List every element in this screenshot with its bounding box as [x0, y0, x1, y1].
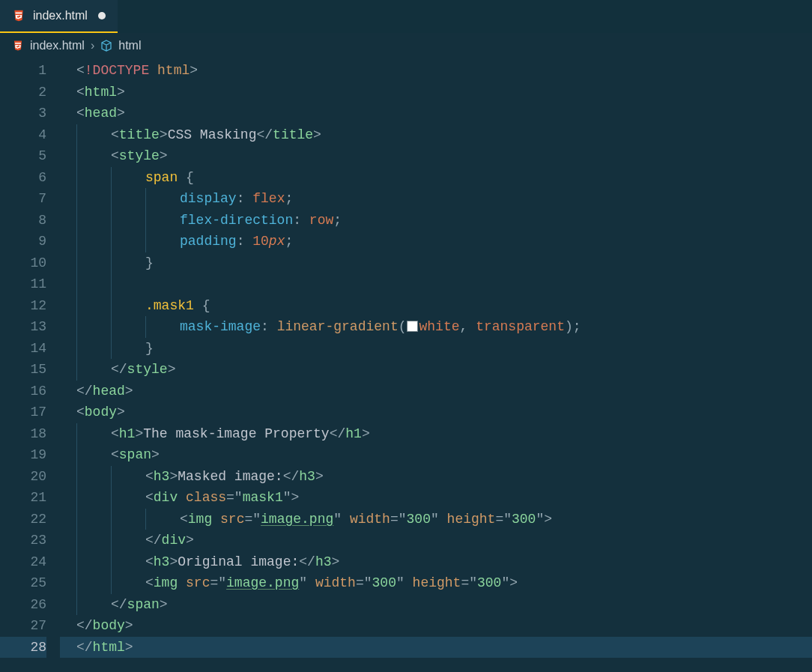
code-line[interactable]: <img src="image.png" width="300" height=… [60, 509, 812, 530]
line-number[interactable]: 27 [0, 615, 46, 637]
line-number[interactable]: 12 [0, 295, 46, 317]
code-line[interactable]: span { [60, 167, 812, 189]
token-pn: > [291, 490, 300, 505]
code-line[interactable]: <html> [60, 82, 812, 103]
tab-index-html[interactable]: index.html [0, 0, 118, 33]
code-content[interactable]: <!DOCTYPE html><html><head><title>CSS Ma… [60, 58, 812, 672]
code-line[interactable]: </body> [60, 615, 812, 637]
token-pn: , [460, 319, 468, 334]
line-number[interactable]: 4 [0, 124, 46, 146]
line-number[interactable]: 17 [0, 402, 46, 423]
token-pn: < [111, 127, 119, 142]
code-line[interactable]: flex-direction: row; [60, 210, 812, 231]
line-number[interactable]: 14 [0, 338, 46, 360]
code-line[interactable]: </head> [60, 381, 812, 402]
code-line[interactable]: <body> [60, 402, 812, 423]
code-line[interactable]: <h3>Original image:</h3> [60, 551, 812, 573]
line-number[interactable]: 23 [0, 530, 46, 551]
code-line[interactable]: </html> [60, 637, 812, 659]
code-line[interactable]: </span> [60, 594, 812, 616]
token-tag: style [127, 362, 168, 377]
token-pn: > [125, 384, 133, 399]
breadcrumb[interactable]: index.html › html [0, 33, 812, 58]
line-number[interactable]: 9 [0, 231, 46, 252]
token-pn: " [252, 512, 261, 527]
line-number[interactable]: 16 [0, 381, 46, 402]
line-number[interactable]: 15 [0, 359, 46, 381]
line-number[interactable]: 6 [0, 167, 46, 189]
token-pn: > [168, 362, 176, 377]
line-number[interactable]: 3 [0, 103, 46, 124]
token-pn: < [145, 490, 154, 505]
token-pn: < [111, 426, 119, 441]
line-number[interactable]: 25 [0, 572, 46, 594]
token-txt: The mask-image Property [143, 426, 329, 441]
color-swatch-icon[interactable] [407, 321, 418, 332]
token-pn: " [234, 490, 243, 505]
code-line[interactable]: </style> [60, 359, 812, 381]
code-line[interactable]: <h3>Masked image:</h3> [60, 466, 812, 488]
code-line[interactable]: </div> [60, 530, 812, 551]
code-line[interactable]: <!DOCTYPE html> [60, 60, 812, 82]
code-line[interactable]: mask-image: linear-gradient(white, trans… [60, 316, 812, 338]
token-pn: ; [573, 319, 581, 334]
line-number[interactable]: 26 [0, 594, 46, 616]
line-number[interactable]: 1 [0, 60, 46, 82]
line-number[interactable]: 21 [0, 487, 46, 509]
line-number[interactable]: 11 [0, 273, 46, 295]
code-line[interactable] [60, 273, 812, 295]
code-line[interactable]: } [60, 252, 812, 274]
token-pn: </ [111, 597, 127, 612]
token-val: transparent [476, 319, 565, 334]
line-number-gutter[interactable]: 1234567891011121314151617181920212223242… [0, 58, 60, 672]
token-str: 300 [477, 575, 501, 590]
breadcrumb-file[interactable]: index.html [30, 39, 85, 52]
dirty-indicator-icon [98, 12, 106, 19]
line-number[interactable]: 18 [0, 423, 46, 445]
code-line[interactable]: <span> [60, 444, 812, 466]
tab-bar: index.html [0, 0, 812, 33]
code-line[interactable]: <title>CSS Masking</title> [60, 124, 812, 146]
line-number[interactable]: 20 [0, 466, 46, 488]
line-number[interactable]: 8 [0, 210, 46, 231]
token-pn: </ [76, 640, 93, 655]
code-line[interactable]: padding: 10px; [60, 231, 812, 252]
line-number[interactable]: 5 [0, 145, 46, 167]
line-number[interactable]: 10 [0, 252, 46, 274]
token-at: height [447, 512, 496, 527]
token-txt [342, 512, 350, 527]
token-pr: flex-direction [180, 213, 293, 228]
token-cls: .mask1 [145, 298, 194, 313]
breadcrumb-symbol[interactable]: html [118, 39, 141, 52]
line-number[interactable]: 7 [0, 188, 46, 210]
token-pn: </ [256, 127, 273, 142]
code-line[interactable]: <head> [60, 103, 812, 124]
line-number[interactable]: 19 [0, 444, 46, 466]
code-line[interactable]: } [60, 338, 812, 360]
token-pn: = [244, 512, 252, 527]
token-tag: h1 [345, 426, 362, 441]
line-number[interactable]: 28 [0, 637, 46, 659]
token-pn: : [237, 234, 245, 249]
code-line[interactable]: <style> [60, 145, 812, 167]
token-pn: > [160, 127, 168, 142]
token-fn: linear-gradient [277, 319, 399, 334]
line-number[interactable]: 24 [0, 551, 46, 573]
line-number[interactable]: 13 [0, 316, 46, 338]
code-line[interactable]: <h1>The mask-image Property</h1> [60, 423, 812, 445]
token-pr: mask-image [180, 319, 261, 334]
code-line[interactable]: <img src="image.png" width="300" height=… [60, 572, 812, 594]
token-tag: h1 [119, 426, 136, 441]
token-pn: " [283, 490, 291, 505]
line-number[interactable]: 22 [0, 509, 46, 530]
code-line[interactable]: display: flex; [60, 188, 812, 210]
line-number[interactable]: 2 [0, 82, 46, 103]
code-line[interactable]: .mask1 { [60, 295, 812, 317]
token-pn: </ [330, 426, 346, 441]
token-tag: img [154, 575, 178, 590]
token-at: width [350, 512, 390, 527]
tab-filename: index.html [33, 9, 88, 22]
token-tag: img [188, 512, 212, 527]
token-tag: h3 [154, 554, 170, 569]
code-line[interactable]: <div class="mask1"> [60, 487, 812, 509]
